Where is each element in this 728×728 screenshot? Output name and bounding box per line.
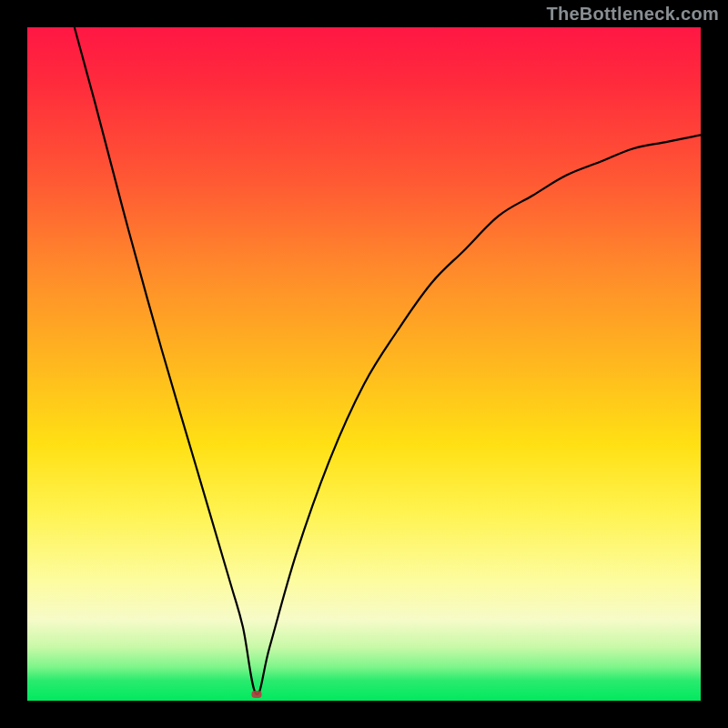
watermark-text: TheBottleneck.com: [546, 4, 719, 25]
plot-area: [27, 27, 701, 701]
minimum-marker: [251, 691, 261, 698]
bottleneck-curve: [27, 27, 701, 701]
chart-frame: TheBottleneck.com: [0, 0, 728, 728]
